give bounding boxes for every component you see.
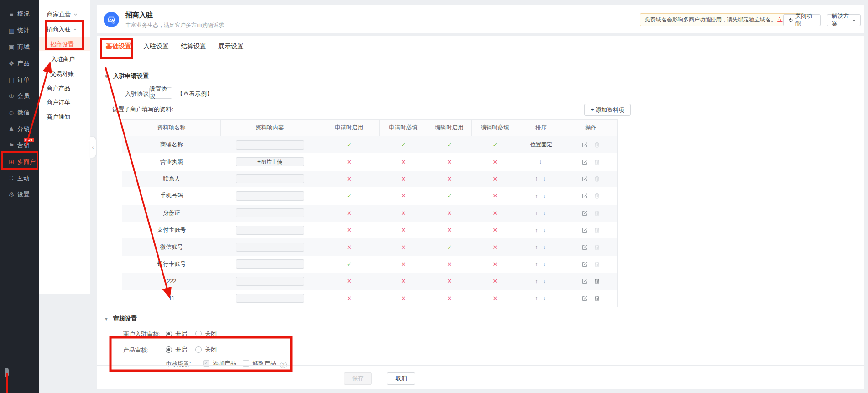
sidebar-item-member[interactable]: ♔会员 [0, 91, 39, 101]
sort-controls[interactable]: ↑ ↓ [518, 222, 564, 238]
chevron-down-icon [852, 18, 856, 22]
menu-item-trade-reconciliation[interactable]: 交易对账 [50, 70, 74, 78]
apply-required-flag [401, 141, 406, 148]
radio-on-selected[interactable] [166, 346, 172, 353]
menu-item-merchant-direct[interactable]: 商家直营 [47, 10, 78, 19]
app-window: ≡概况 ▥统计 ▣商城 ❖产品 ▤订单 ♔会员 ☺微信 ♟分销 ⚑营销 ⊞多商户… [0, 0, 868, 393]
delete-icon[interactable] [594, 142, 600, 148]
edit-icon[interactable] [582, 142, 588, 148]
section-collapse-caret[interactable]: ▼ [104, 316, 109, 321]
menu-item-merchant-products[interactable]: 商户产品 [47, 84, 70, 93]
add-material-button[interactable]: + 添加资料项 [584, 104, 631, 116]
material-name: 联系人 [122, 171, 221, 187]
material-content-input[interactable] [236, 226, 304, 235]
delete-icon[interactable] [594, 244, 600, 250]
edit-enabled-flag [447, 210, 452, 217]
sidebar-item-mall[interactable]: ▣商城 [0, 42, 39, 52]
tab-settlement-settings[interactable]: 结算设置 [181, 42, 206, 51]
section-collapse-caret[interactable]: ▼ [104, 74, 109, 79]
sort-controls[interactable]: ↑ ↓ [518, 171, 564, 187]
sidebar-item-stats[interactable]: ▥统计 [0, 26, 39, 36]
delete-icon[interactable] [594, 261, 600, 267]
apply-enabled-flag [347, 176, 352, 182]
sidebar-item-wechat[interactable]: ☺微信 [0, 108, 39, 118]
sidebar-item-product[interactable]: ❖产品 [0, 58, 39, 68]
delete-icon[interactable] [594, 278, 600, 284]
sidebar-item-multi-merchant[interactable]: ⊞多商户 [0, 157, 39, 167]
material-content-input[interactable] [236, 277, 304, 286]
edit-icon[interactable] [582, 176, 588, 182]
material-content-input[interactable] [236, 259, 304, 269]
sidebar-item-overview[interactable]: ≡概况 [0, 9, 39, 19]
delete-icon[interactable] [594, 193, 600, 199]
delete-icon[interactable] [594, 159, 600, 165]
material-content-input[interactable] [236, 140, 304, 150]
menu-item-merchant-notices[interactable]: 商户通知 [47, 113, 70, 121]
sidebar-item-order[interactable]: ▤订单 [0, 75, 39, 85]
edit-icon[interactable] [582, 210, 588, 216]
material-content-input[interactable] [236, 191, 304, 201]
agreement-label: 入驻协议: [125, 90, 151, 98]
overview-icon: ≡ [7, 10, 16, 18]
image-upload-box[interactable]: +图片上传 [236, 157, 304, 166]
edit-icon[interactable] [582, 244, 588, 250]
tab-basic-settings[interactable]: 基础设置 [106, 42, 131, 51]
solution-dropdown-button[interactable]: 解决方案 [827, 14, 861, 26]
sort-controls[interactable]: ↑ ↓ [518, 273, 564, 290]
material-content-input[interactable] [236, 174, 304, 183]
tab-display-settings[interactable]: 展示设置 [218, 42, 244, 51]
edit-required-flag [493, 244, 498, 251]
menu-item-investment-entry[interactable]: 招商入驻 [47, 26, 77, 34]
material-content-input[interactable] [236, 294, 304, 303]
material-content-input[interactable] [236, 208, 304, 217]
radio-off[interactable] [195, 331, 202, 337]
sidebar-item-distribution[interactable]: ♟分销 [0, 124, 39, 134]
member-icon: ♔ [7, 93, 16, 100]
view-example-link[interactable]: 【查看示例】 [177, 90, 213, 98]
table-row: 手机号码 ↑ ↓ [122, 187, 617, 204]
sort-controls[interactable]: ↑ ↓ [518, 256, 564, 273]
delete-icon[interactable] [594, 176, 600, 182]
set-agreement-button[interactable]: 设置协议 [149, 87, 172, 99]
primary-sidebar: ≡概况 ▥统计 ▣商城 ❖产品 ▤订单 ♔会员 ☺微信 ♟分销 ⚑营销 ⊞多商户… [0, 0, 39, 393]
edit-icon[interactable] [582, 295, 588, 301]
edit-icon[interactable] [582, 159, 588, 165]
edit-required-flag [493, 227, 498, 233]
menu-item-entered-merchants[interactable]: 入驻商户 [51, 55, 75, 63]
delete-icon[interactable] [594, 210, 600, 216]
edit-icon[interactable] [582, 227, 588, 233]
apply-enabled-flag [347, 227, 352, 233]
sort-controls[interactable]: ↑ ↓ [518, 205, 564, 222]
material-content-input[interactable] [236, 243, 304, 252]
sort-controls[interactable]: ↑ ↓ [518, 238, 564, 255]
sort-controls[interactable]: ↓ [518, 153, 564, 170]
radio-off[interactable] [195, 346, 202, 353]
domain-warning-banner: 免费域名会影响多商户功能使用，请先绑定独立域名。 立即绑定 [640, 13, 804, 26]
save-button[interactable]: 保存 [344, 372, 372, 385]
order-icon: ▤ [7, 76, 16, 83]
close-feature-button[interactable]: 关闭功能 [783, 14, 821, 26]
table-row: 11 ↑ ↓ [122, 290, 617, 307]
radio-on-selected[interactable] [166, 331, 172, 337]
page-subtitle: 丰富业务生态，满足客户多方面购物诉求 [125, 21, 224, 29]
menu-item-investment-settings[interactable]: 招商设置 [50, 41, 74, 49]
edit-enabled-flag [447, 227, 452, 233]
delete-icon[interactable] [594, 227, 600, 233]
materials-table: 资料项名称 资料项内容 申请时启用 申请时必填 编辑时启用 编辑时必填 排序 操… [122, 119, 618, 307]
sort-controls[interactable]: ↑ ↓ [518, 290, 564, 307]
sidebar-item-interaction[interactable]: ∷互动 [0, 173, 39, 183]
sort-controls[interactable]: ↑ ↓ [518, 187, 564, 204]
edit-icon[interactable] [582, 261, 588, 267]
edit-icon[interactable] [582, 278, 588, 284]
sidebar-item-settings[interactable]: ⚙设置 [0, 190, 39, 200]
edit-enabled-flag [447, 141, 452, 148]
collapse-menu-handle[interactable]: ‹ [90, 137, 96, 158]
menu-item-merchant-orders[interactable]: 商户订单 [47, 98, 70, 107]
apply-enabled-flag [347, 295, 352, 302]
cancel-button[interactable]: 取消 [387, 372, 415, 385]
tab-entry-settings[interactable]: 入驻设置 [143, 42, 169, 51]
edit-icon[interactable] [582, 193, 588, 199]
delete-icon[interactable] [594, 295, 600, 301]
chevron-up-icon [73, 27, 77, 31]
section-entry-application: ▼入驻申请设置 [104, 72, 149, 80]
